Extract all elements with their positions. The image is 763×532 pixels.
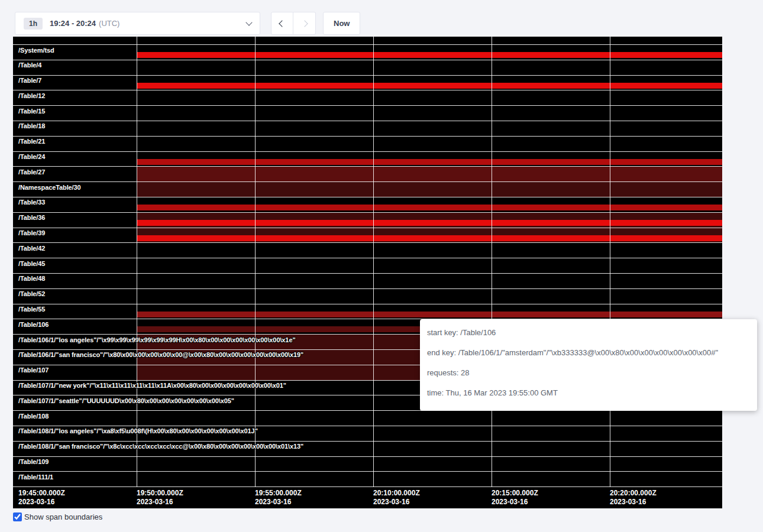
heat-fill	[137, 167, 722, 181]
time-axis: 19:45:00.000Z2023-03-1619:50:00.000Z2023…	[13, 489, 722, 508]
footer-checkbox-row: Show span boundaries	[13, 512, 102, 521]
row-label: /Table/33	[18, 199, 45, 206]
heatmap-row[interactable]: /Table/108/1/"los angeles"/"\xa8\xf5\u00…	[13, 426, 722, 441]
heat-strip	[137, 220, 722, 226]
heatmap-row[interactable]: /Table/21	[13, 136, 722, 151]
time-range-select[interactable]: 1h 19:24 - 20:24 (UTC)	[15, 12, 260, 35]
row-label: /Table/108/1/"los angeles"/"\xa8\xf5\u00…	[18, 427, 258, 434]
row-label: /Table/108	[18, 413, 49, 420]
time-axis-tick: 19:50:00.000Z2023-03-16	[137, 489, 183, 507]
time-gridline	[492, 37, 492, 487]
heatmap-row[interactable]: /Table/108/1/"san francisco"/"\x8c\xcc\x…	[13, 441, 722, 456]
heatmap-row[interactable]: /Table/36	[13, 212, 722, 228]
key-visualizer-canvas[interactable]: /System/tsd/Table/4/Table/7/Table/12/Tab…	[13, 37, 722, 508]
row-label: /Table/107/1/"seattle"/"UUUUUUD\x00\x80\…	[18, 397, 234, 404]
time-axis-tick: 19:45:00.000Z2023-03-16	[18, 489, 65, 507]
row-label: /Table/27	[18, 168, 45, 176]
row-label: /Table/106	[18, 321, 49, 328]
heat-strip	[137, 52, 722, 58]
heatmap-row[interactable]: /Table/33	[13, 197, 722, 212]
row-label: /Table/21	[18, 138, 45, 145]
row-label: /Table/106/1/"san francisco"/"\x80\x00\x…	[18, 351, 303, 358]
row-label: /Table/107/1/"new york"/"\x11\x11\x11\x1…	[18, 382, 286, 389]
heatmap-row[interactable]: /Table/48	[13, 273, 722, 288]
heatmap-row[interactable]: /Table/111/1	[13, 471, 722, 486]
row-label: /Table/109	[18, 458, 49, 465]
heat-strip	[137, 83, 722, 89]
now-button[interactable]: Now	[323, 12, 360, 35]
row-label: /Table/45	[18, 260, 45, 267]
chevron-right-icon	[301, 20, 308, 27]
heat-strip	[137, 205, 722, 210]
time-axis-tick: 20:15:00.000Z2023-03-16	[492, 489, 538, 507]
row-label: /Table/52	[18, 290, 45, 297]
heatmap-row[interactable]: /System/tsd	[13, 44, 722, 60]
prev-time-button[interactable]	[271, 12, 293, 35]
heat-strip	[137, 235, 722, 241]
heatmap-row[interactable]: /Table/4	[13, 60, 722, 75]
heatmap-row[interactable]: /Table/7	[13, 75, 722, 90]
row-label: /Table/4	[18, 61, 41, 69]
time-range-label: 19:24 - 20:24	[50, 19, 96, 28]
tooltip-requests: requests: 28	[427, 367, 750, 379]
heatmap-row[interactable]: /NamespaceTable/30	[13, 181, 722, 197]
toolbar: 1h 19:24 - 20:24 (UTC) Now	[15, 12, 360, 35]
row-label: /Table/39	[18, 229, 45, 236]
row-label: /Table/48	[18, 275, 45, 282]
timezone-label: (UTC)	[99, 19, 119, 28]
time-gridline	[610, 37, 610, 487]
time-axis-tick: 20:20:00.000Z2023-03-16	[610, 489, 657, 507]
tooltip-time: time: Thu, 16 Mar 2023 19:55:00 GMT	[427, 387, 750, 399]
row-label: /Table/107	[18, 366, 49, 374]
row-label: /Table/108/1/"san francisco"/"\x8c\xcc\x…	[18, 443, 303, 450]
heat-strip	[137, 159, 722, 165]
heatmap-row[interactable]: /Table/108	[13, 410, 722, 426]
span-boundaries-label: Show span boundaries	[24, 512, 102, 521]
heatmap-row[interactable]: /Table/24	[13, 151, 722, 167]
heatmap-row[interactable]: /Table/18	[13, 121, 722, 136]
row-label: /Table/55	[18, 306, 45, 313]
row-label: /Table/42	[18, 245, 45, 252]
time-gridline	[137, 37, 137, 487]
time-axis-tick: 20:10:00.000Z2023-03-16	[373, 489, 420, 507]
row-label: /Table/24	[18, 153, 45, 160]
row-label: /Table/15	[18, 108, 45, 115]
span-boundaries-checkbox[interactable]	[13, 512, 22, 521]
time-gridline	[255, 37, 256, 487]
time-axis-tick: 19:55:00.000Z2023-03-16	[255, 489, 302, 507]
row-label: /Table/12	[18, 92, 45, 99]
next-time-button[interactable]	[293, 12, 316, 35]
time-gridline	[373, 37, 374, 487]
row-label: /System/tsd	[18, 47, 54, 54]
heatmap-row[interactable]: /Table/15	[13, 105, 722, 121]
heatmap-row[interactable]: /Table/52	[13, 288, 722, 304]
heat-strip	[137, 312, 722, 317]
heat-fill	[137, 182, 722, 197]
chevron-left-icon	[279, 20, 285, 27]
span-tooltip: start key: /Table/106 end key: /Table/10…	[420, 319, 757, 411]
heatmap-row[interactable]: /Table/55	[13, 304, 722, 319]
duration-badge: 1h	[24, 18, 43, 30]
time-nav-group	[271, 12, 316, 35]
chevron-down-icon	[245, 19, 252, 25]
heatmap-row[interactable]: /Table/12	[13, 90, 722, 105]
heatmap-rows: /System/tsd/Table/4/Table/7/Table/12/Tab…	[13, 44, 722, 487]
row-label: /Table/18	[18, 122, 45, 129]
heatmap-row[interactable]: /Table/42	[13, 242, 722, 258]
heatmap-row[interactable]: /Table/109	[13, 456, 722, 472]
heatmap-row[interactable]: /Table/39	[13, 228, 722, 243]
row-label: /NamespaceTable/30	[18, 184, 81, 191]
row-label: /Table/7	[18, 77, 41, 84]
row-label: /Table/111/1	[18, 473, 53, 481]
heatmap-row[interactable]: /Table/45	[13, 258, 722, 273]
row-label: /Table/36	[18, 214, 45, 221]
row-label: /Table/106/1/"los angeles"/"\x99\x99\x99…	[18, 336, 296, 343]
tooltip-start-key: start key: /Table/106	[427, 327, 750, 339]
heatmap-row[interactable]: /Table/27	[13, 166, 722, 181]
tooltip-end-key: end key: /Table/106/1/"amsterdam"/"\xb33…	[427, 347, 750, 359]
